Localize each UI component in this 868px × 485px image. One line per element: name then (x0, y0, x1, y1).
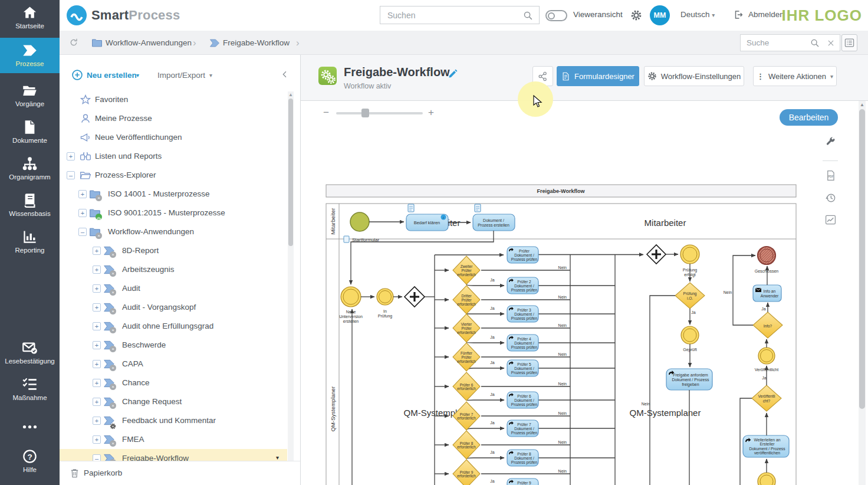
zoom-out-button[interactable]: − (323, 107, 329, 119)
sidebar-item-vorg-nge[interactable]: Vorgänge (0, 81, 60, 112)
tree-expander[interactable]: – (67, 171, 75, 179)
tree-item-fmea[interactable]: +×FMEA (60, 430, 287, 449)
tree-item-arbeitszeugnis[interactable]: +×Arbeitszeugnis (60, 260, 287, 279)
tree-search-input[interactable]: Suche (740, 34, 840, 51)
tree-scrollbar-thumb[interactable] (288, 99, 293, 246)
tree-item-workflow-anwendungen[interactable]: –×Workflow-Anwendungen (60, 222, 287, 241)
tree-item-prozess-explorer[interactable]: –Prozess-Explorer (60, 166, 287, 185)
tree-expander[interactable]: + (93, 322, 101, 330)
sidebar-item-prozesse[interactable]: Prozesse (0, 38, 60, 73)
split-gateway[interactable] (405, 287, 425, 307)
tree-item-favoriten[interactable]: Favoriten (60, 90, 287, 109)
edit-pencil-icon[interactable] (448, 68, 458, 78)
pruefer-task-6[interactable]: Prüfer 6Dokument /Prozess prüfen (507, 392, 538, 408)
tree-item-capa[interactable]: +×CAPA (60, 355, 287, 373)
pruefer-task-1[interactable]: PrüferDokument /Prozess prüfen (507, 247, 538, 263)
tree-expander[interactable]: + (93, 247, 101, 255)
form-designer-button[interactable]: Formulardesigner (557, 66, 639, 86)
plus-circle-icon[interactable] (71, 69, 83, 81)
pruefer-task-8[interactable]: Prüfer 8Dokument /Prozess prüfen (507, 450, 538, 466)
breadcrumb-item[interactable]: Workflow-Anwendungen (106, 38, 192, 47)
viewer-toggle[interactable] (545, 10, 567, 21)
event-neue-unterversion[interactable]: NeueUnterversionerstellen (339, 287, 363, 323)
tree-expander[interactable]: + (93, 341, 101, 349)
sidebar-item-reporting[interactable]: Reporting (0, 228, 60, 258)
tree-item-audit-ohne-erf-llungsgrad[interactable]: +×Audit ohne Erfüllungsgrad (60, 317, 287, 336)
sidebar-item-hilfe[interactable]: Hilfe (0, 447, 60, 478)
list-view-button[interactable] (841, 34, 857, 51)
tree-item-audit[interactable]: +×Audit (60, 279, 287, 298)
more-actions-button[interactable]: ⋮ Weitere Aktionen ▾ (753, 66, 837, 86)
task-dokument-erstellen[interactable]: Dokument /Prozess erstellen (473, 204, 515, 231)
task-freigabe-anfordern[interactable]: Freigabe anfordernDokument / Prozessfrei… (666, 369, 712, 390)
sidebar-item-wissensbasis[interactable]: Wissensbasis (0, 191, 60, 222)
tree-item-listen-und-reports[interactable]: +Listen und Reports (60, 147, 287, 166)
logout-icon[interactable] (733, 9, 744, 20)
event-freigegeben[interactable]: Freigegeben (755, 473, 778, 485)
collapse-panel-icon[interactable] (280, 70, 290, 79)
tree-item-feedback-und-kommentar[interactable]: +Feedback und Kommentar (60, 411, 287, 430)
tree-expander[interactable]: + (93, 360, 101, 368)
tree-expander[interactable]: + (93, 398, 101, 406)
search-icon[interactable] (523, 11, 533, 21)
pruefer-gateway-9[interactable]: Prüfer 9erforderlich (453, 460, 480, 485)
sidebar-item-organigramm[interactable]: Organigramm (0, 155, 60, 185)
tree-item-iso-9001-2015-musterprozesse[interactable]: +ISO 9001:2015 - Musterprozesse (60, 204, 287, 222)
sidebar-item-ma-nahme[interactable]: Maßnahme (0, 375, 60, 406)
tree-expander[interactable]: + (93, 303, 101, 312)
new-create-button[interactable]: Neu erstellen (87, 71, 137, 80)
pruefer-task-7[interactable]: Prüfer 7Dokument /Prozess prüfen (507, 420, 538, 437)
zoom-slider-handle[interactable] (361, 109, 369, 117)
diagram-canvas[interactable]: − + Bearbeiten ▲ (301, 100, 868, 485)
event-geschlossen[interactable]: Geschlossen (755, 247, 779, 273)
pruefer-task-4[interactable]: Prüfer 4Dokument /Prozess prüfen (507, 335, 538, 351)
tree-scrollbar[interactable]: ▲ (288, 91, 294, 461)
pruefer-task-3[interactable]: Prüfer 3Dokument /Prozess prüfen (507, 306, 538, 322)
pruefer-gateway-6[interactable]: Prüfer 6erforderlich (453, 372, 480, 401)
tree-expander[interactable]: + (78, 209, 87, 217)
global-search-input[interactable]: Suchen (380, 6, 540, 24)
settings-gear-icon[interactable] (630, 9, 642, 21)
gateway-info[interactable]: Info? (753, 312, 782, 338)
tree-item-meine-prozesse[interactable]: Meine Prozesse (60, 109, 287, 128)
tree-item-chance[interactable]: +×Chance (60, 373, 287, 392)
pruefer-gateway-5[interactable]: FünfterPrüfererforderlich (453, 343, 480, 371)
search-icon[interactable] (810, 38, 820, 48)
tree-expander[interactable]: – (78, 228, 87, 236)
tree-expander[interactable]: + (78, 190, 87, 198)
close-icon[interactable] (827, 39, 835, 47)
gateway-pruefung-io[interactable]: Prüfungi.O. (675, 283, 705, 309)
tree-expander[interactable]: + (93, 266, 101, 274)
pruefer-gateway-4[interactable]: VierterPrüfererforderlich (453, 314, 480, 342)
edit-button[interactable]: Bearbeiten (780, 109, 838, 126)
event-veroeffentlicht[interactable]: Veröffentlicht (755, 348, 778, 372)
wrench-icon[interactable] (825, 136, 836, 148)
breadcrumb-item[interactable]: Freigabe-Workflow (223, 38, 290, 47)
sidebar-item-startseite[interactable]: Startseite (0, 4, 60, 34)
tree-expander[interactable]: + (67, 152, 75, 160)
tree-item-neue-ver-ffentlichungen[interactable]: Neue Veröffentlichungen (60, 128, 287, 147)
sidebar-item-lesebest-tigung[interactable]: Lesebestätigung (0, 339, 60, 369)
zoom-in-button[interactable]: + (428, 107, 434, 119)
task-weiterleiten[interactable]: Weiterleiten anErstellerDokument / Proze… (743, 435, 789, 457)
tree-item-freigabe-workflow[interactable]: –×Freigabe-Workflow▾ (60, 449, 287, 461)
gateway-veroeffentlicht[interactable]: Veröffentlicht? (752, 385, 781, 411)
task-bedarf-klaeren[interactable]: Bedarf klären i (406, 204, 448, 231)
tree-item-audit-vorgangskopf[interactable]: +×Audit - Vorgangskopf (60, 298, 287, 317)
user-avatar[interactable]: MM (650, 5, 670, 25)
import-export-button[interactable]: Import/Export (157, 71, 205, 80)
tree-item-beschwerde[interactable]: +×Beschwerde (60, 336, 287, 355)
tree-item-8d-report[interactable]: +×8D-Report (60, 241, 287, 260)
trash-footer[interactable]: Papierkorb (60, 461, 300, 485)
pruefer-task-2[interactable]: Prüfer 2Dokument /Prozess prüfen (507, 277, 538, 294)
tree-expander[interactable]: + (93, 379, 101, 387)
merge-gateway[interactable] (647, 245, 666, 264)
start-event[interactable] (350, 212, 369, 231)
bpmn-diagram[interactable]: Freigabe-Workflow Mitarbeiter QM-Systemp… (321, 179, 868, 485)
workflow-settings-button[interactable]: Workflow-Einstellungen (644, 66, 744, 86)
tree-item-change-request[interactable]: +×Change Request (60, 392, 287, 411)
pruefer-task-5[interactable]: Prüfer 5Dokument /Prozess prüfen (507, 360, 538, 376)
zoom-slider-track[interactable] (336, 112, 423, 114)
language-selector[interactable]: Deutsch ▾ (680, 10, 715, 19)
event-in-pruefung[interactable]: InPrüfung (377, 289, 393, 318)
